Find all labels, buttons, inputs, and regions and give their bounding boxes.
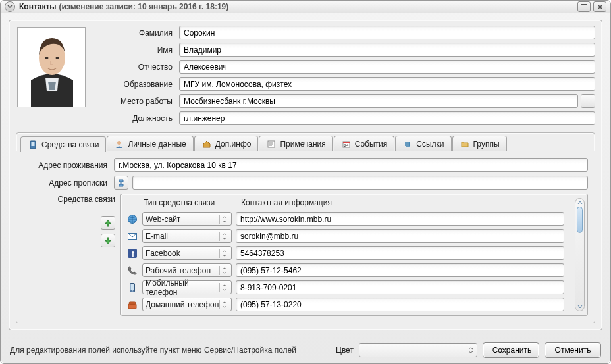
- living-address-input[interactable]: [114, 158, 588, 172]
- comms-info-input[interactable]: [236, 298, 564, 311]
- name-label: Имя: [100, 45, 179, 55]
- mobile-icon: [126, 282, 138, 294]
- svg-rect-21: [131, 284, 134, 290]
- comms-info-input[interactable]: [236, 280, 564, 294]
- comms-type-combo[interactable]: Мобильный телефон: [142, 280, 232, 294]
- tab-bar: Средства связи Личные данные Доп.инфо Пр…: [16, 133, 595, 151]
- comms-header-info: Контактная информация: [241, 198, 564, 207]
- house-icon: [201, 139, 212, 149]
- window-title: Контакты: [19, 2, 57, 11]
- scrollbar-thumb[interactable]: [577, 207, 583, 233]
- close-button[interactable]: [593, 1, 606, 12]
- comms-label: Средства связи: [58, 195, 115, 204]
- position-label: Должность: [100, 114, 179, 123]
- education-input[interactable]: [179, 77, 595, 91]
- tab-content: Адрес проживания Адрес прописки Средства…: [16, 151, 595, 323]
- facebook-icon: f: [126, 247, 138, 259]
- reg-address-input[interactable]: [132, 176, 588, 190]
- svg-point-22: [132, 290, 133, 292]
- window-subtitle: (изменение записи: 10 январь 2016 г. 18:…: [59, 2, 229, 11]
- surname-input[interactable]: [179, 26, 595, 39]
- color-combo[interactable]: [359, 343, 477, 357]
- scroll-down-icon: [577, 304, 583, 309]
- name-input[interactable]: [179, 43, 595, 57]
- svg-point-5: [56, 57, 59, 59]
- work-label: Место работы: [100, 97, 179, 106]
- scroll-up-icon: [577, 200, 583, 205]
- svg-point-4: [45, 57, 49, 59]
- folder-icon: [460, 139, 470, 149]
- comms-info-input[interactable]: [236, 263, 564, 277]
- svg-rect-23: [128, 304, 136, 309]
- comms-header-type: Тип средства связи: [144, 198, 241, 207]
- svg-text:24: 24: [344, 143, 348, 147]
- window-menu-button[interactable]: [5, 1, 15, 12]
- work-input[interactable]: [179, 94, 578, 108]
- tab-links[interactable]: Ссылки: [395, 136, 451, 151]
- tab-groups[interactable]: Группы: [452, 136, 507, 151]
- svg-point-8: [117, 141, 121, 145]
- footer: Для редактирования полей используйте пун…: [1, 337, 610, 363]
- tab-communications[interactable]: Средства связи: [20, 136, 106, 152]
- contact-window: Контакты (изменение записи: 10 январь 20…: [0, 0, 611, 364]
- tab-events[interactable]: 24 События: [334, 136, 395, 151]
- tab-extra[interactable]: Доп.инфо: [194, 136, 259, 151]
- link-icon: [402, 139, 413, 149]
- surname-label: Фамилия: [100, 28, 179, 38]
- globe-icon: [126, 213, 138, 225]
- comms-type-combo[interactable]: Web-сайт: [142, 212, 232, 226]
- comms-row: Web-сайт: [124, 212, 564, 226]
- comms-row: E-mail: [124, 229, 564, 243]
- comms-type-combo[interactable]: Facebook: [142, 246, 232, 260]
- comms-grid: Тип средства связи Контактная информация…: [120, 194, 588, 316]
- phone-icon: [126, 265, 138, 276]
- education-label: Образование: [100, 80, 179, 89]
- work-lookup-button[interactable]: [581, 94, 595, 108]
- scrollbar[interactable]: [575, 198, 585, 311]
- contact-photo[interactable]: [17, 27, 86, 107]
- living-address-label: Адрес проживания: [23, 161, 114, 170]
- main-fields: Фамилия Имя Отчество Образование Место р…: [100, 26, 595, 128]
- home-phone-icon: [126, 299, 138, 311]
- color-label: Цвет: [336, 346, 354, 355]
- maximize-button[interactable]: [577, 1, 591, 12]
- tab-personal[interactable]: Личные данные: [107, 136, 193, 151]
- calendar-icon: 24: [341, 139, 352, 149]
- svg-rect-7: [32, 142, 35, 146]
- comms-row: Рабочий телефон: [124, 263, 564, 277]
- reg-address-label: Адрес прописки: [23, 178, 114, 188]
- comms-row: f Facebook: [124, 246, 564, 260]
- person-icon: [114, 139, 124, 149]
- copy-address-button[interactable]: [114, 176, 128, 190]
- comms-type-combo[interactable]: Рабочий телефон: [142, 263, 232, 277]
- svg-rect-24: [129, 302, 136, 304]
- move-down-button[interactable]: [101, 234, 115, 247]
- comms-type-combo[interactable]: E-mail: [142, 229, 232, 243]
- cancel-button[interactable]: Отменить: [545, 342, 601, 358]
- footer-hint: Для редактирования полей используйте пун…: [10, 346, 296, 355]
- main-panel: Фамилия Имя Отчество Образование Место р…: [9, 20, 602, 330]
- tab-notes[interactable]: Примечания: [259, 136, 332, 151]
- comms-info-input[interactable]: [236, 212, 564, 226]
- comms-row: Домашний телефон: [124, 298, 564, 311]
- mail-icon: [126, 230, 138, 242]
- comms-type-combo[interactable]: Домашний телефон: [142, 298, 232, 311]
- phone-device-icon: [28, 140, 38, 150]
- titlebar: Контакты (изменение записи: 10 январь 20…: [1, 1, 610, 13]
- position-input[interactable]: [179, 111, 595, 125]
- note-icon: [266, 139, 277, 149]
- tab-container: Средства связи Личные данные Доп.инфо Пр…: [16, 132, 595, 323]
- comms-info-input[interactable]: [236, 229, 564, 243]
- patronymic-input[interactable]: [179, 60, 595, 74]
- patronymic-label: Отчество: [100, 63, 179, 72]
- comms-info-input[interactable]: [236, 246, 564, 260]
- svg-rect-0: [581, 5, 587, 9]
- comms-row: Мобильный телефон: [124, 280, 564, 294]
- save-button[interactable]: Сохранить: [483, 342, 539, 358]
- move-up-button[interactable]: [101, 216, 115, 230]
